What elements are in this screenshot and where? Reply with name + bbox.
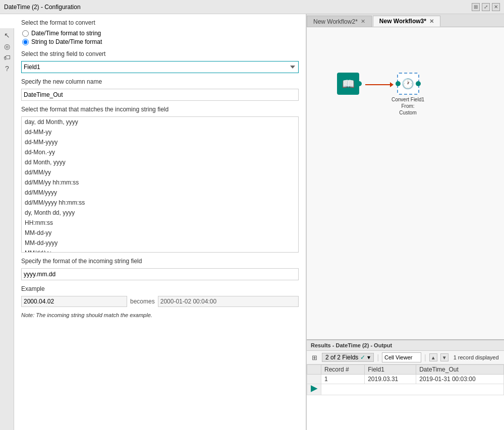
radio-datetime-to-string-input[interactable] <box>22 30 29 37</box>
row-play-cell <box>307 384 321 395</box>
title-bar-title: DateTime (2) - Configuration <box>4 4 81 11</box>
becomes-row: becomes <box>21 296 299 307</box>
title-bar-buttons: ⊞ ⤢ ✕ <box>472 3 500 11</box>
fields-badge: 2 of 2 Fields ✓ ▾ <box>322 353 374 362</box>
format-list-item[interactable]: day, dd Month, yyyy <box>22 117 298 127</box>
viewer-dropdown[interactable]: Cell Viewer <box>382 352 421 362</box>
custom-format-input[interactable] <box>21 268 299 280</box>
format-list-item[interactable]: dd Month, yyyy <box>22 157 298 167</box>
results-toolbar: ⊞ 2 of 2 Fields ✓ ▾ | Cell Viewer | ▲ ▼ … <box>307 351 504 364</box>
format-list-item[interactable]: dd-Mon.-yy <box>22 147 298 157</box>
format-list[interactable]: day, dd Month, yyyydd-MM-yydd-MM-yyyydd-… <box>21 116 299 253</box>
arrow-icon[interactable]: ↖ <box>2 30 12 40</box>
format-list-label: Select the format that matches the incom… <box>21 106 299 113</box>
becomes-label: becomes <box>130 298 155 305</box>
column-name-input[interactable] <box>21 89 299 101</box>
separator2: | <box>424 353 426 361</box>
right-panel: New Workflow2* ✕ New Workflow3* ✕ 📖 <box>307 14 504 430</box>
format-list-item[interactable]: MM-dd-yy <box>22 228 298 238</box>
custom-format-label: Specify the format of the incoming strin… <box>21 258 299 265</box>
col-header-record: Record # <box>321 365 365 375</box>
tab-workflow2-close[interactable]: ✕ <box>361 19 365 24</box>
table-row-icon <box>307 384 504 395</box>
tag-icon[interactable]: 🏷 <box>2 52 12 63</box>
format-radio-group: Date/Time format to string String to Dat… <box>22 30 299 45</box>
row-empty <box>321 384 504 395</box>
node-input-connector-right <box>357 81 362 86</box>
pin-button[interactable]: ⊞ <box>472 3 480 11</box>
format-list-item[interactable]: dd/MM/yy hh:mm:ss <box>22 177 298 188</box>
play-icon <box>311 385 318 392</box>
row-number <box>307 375 321 384</box>
becomes-value <box>158 296 299 307</box>
example-section: Example becomes <box>21 285 299 307</box>
field-select-label: Select the string field to convert <box>21 50 299 57</box>
cell-datetime-out: 2019-01-31 00:03:00 <box>416 375 504 384</box>
results-panel: Results - DateTime (2) - Output ⊞ 2 of 2… <box>307 339 504 430</box>
format-section-label: Select the format to convert <box>21 19 299 26</box>
config-panel: Select the format to convert Date/Time f… <box>14 14 306 430</box>
canvas-area[interactable]: 📖 🕐 Convert Field1From:Custom <box>307 27 504 339</box>
radio-datetime-to-string[interactable]: Date/Time format to string <box>22 30 299 37</box>
format-list-item[interactable]: MM/dd/yy <box>22 248 298 253</box>
radio-string-to-datetime-input[interactable] <box>22 39 29 45</box>
chevron-icon[interactable]: ▾ <box>367 354 370 361</box>
records-text: 1 record displayed <box>454 354 499 360</box>
check-icon: ✓ <box>360 354 365 361</box>
grid-icon[interactable]: ⊞ <box>310 353 319 362</box>
results-header: Results - DateTime (2) - Output <box>307 340 504 351</box>
float-button[interactable]: ⤢ <box>482 3 490 11</box>
cell-record-num: 1 <box>321 375 365 384</box>
title-bar: DateTime (2) - Configuration ⊞ ⤢ ✕ <box>0 0 504 14</box>
help-icon[interactable]: ? <box>2 64 12 74</box>
column-name-section: Specify the new column name <box>21 78 299 101</box>
node-datetime-connector-left <box>396 81 401 86</box>
col-header-rownum <box>307 365 321 375</box>
arrow-head <box>390 82 394 87</box>
format-list-item[interactable]: dd-MM-yy <box>22 127 298 137</box>
col-header-field1: Field1 <box>365 365 416 375</box>
radio-string-to-datetime[interactable]: String to Date/Time format <box>22 38 299 45</box>
workflow-node-input[interactable]: 📖 <box>337 73 359 95</box>
node-input-icon[interactable]: 📖 <box>337 73 359 95</box>
table-wrapper[interactable]: Record # Field1 DateTime_Out <box>307 364 504 430</box>
connection-line <box>365 84 393 85</box>
sort-asc-button[interactable]: ▲ <box>429 353 437 361</box>
results-table: Record # Field1 DateTime_Out <box>307 364 504 395</box>
tab-workflow3[interactable]: New Workflow3* ✕ <box>373 16 440 27</box>
example-label: Example <box>21 285 299 292</box>
format-list-item[interactable]: dy, Month dd, yyyy <box>22 208 298 218</box>
format-list-item[interactable]: MM-dd-yyyy <box>22 238 298 248</box>
separator1: | <box>377 353 379 361</box>
node-datetime-icon[interactable]: 🕐 <box>397 73 419 95</box>
format-list-item[interactable]: HH:mm:ss <box>22 218 298 228</box>
example-input[interactable] <box>21 296 127 307</box>
field-select-section: Select the string field to convert Field… <box>21 50 299 73</box>
custom-format-section: Specify the format of the incoming strin… <box>21 258 299 280</box>
format-list-item[interactable]: dd/MM/yy <box>22 167 298 177</box>
format-section: Select the format to convert Date/Time f… <box>21 19 299 45</box>
field-dropdown[interactable]: Field1 Field2 <box>21 61 299 73</box>
format-list-item[interactable]: dd/MM/yyyy <box>22 188 298 198</box>
format-list-section: Select the format that matches the incom… <box>21 106 299 253</box>
note-text: Note: The incoming string should match t… <box>21 312 299 318</box>
tabs-bar: New Workflow2* ✕ New Workflow3* ✕ <box>307 14 504 27</box>
node-datetime-label: Convert Field1From:Custom <box>391 96 424 116</box>
circle-icon[interactable]: ◎ <box>2 41 12 51</box>
format-list-item[interactable]: dd/MM/yyyy hh:mm:ss <box>22 198 298 208</box>
close-config-button[interactable]: ✕ <box>492 3 500 11</box>
col-header-datetime-out: DateTime_Out <box>416 365 504 375</box>
tab-workflow3-close[interactable]: ✕ <box>429 19 434 24</box>
tab-workflow2[interactable]: New Workflow2* ✕ <box>307 16 372 27</box>
format-list-item[interactable]: dd-MM-yyyy <box>22 137 298 147</box>
left-panel: ↖ ◎ 🏷 ? Select the format to convert Dat… <box>0 14 307 430</box>
node-datetime-connector-right <box>416 81 421 86</box>
table-row: 1 2019.03.31 2019-01-31 00:03:00 <box>307 375 504 384</box>
cell-field1: 2019.03.31 <box>365 375 416 384</box>
workflow-node-datetime[interactable]: 🕐 Convert Field1From:Custom <box>391 73 424 116</box>
sidebar-icons: ↖ ◎ 🏷 ? <box>0 28 14 430</box>
column-name-label: Specify the new column name <box>21 78 299 85</box>
sort-desc-button[interactable]: ▼ <box>440 353 449 361</box>
